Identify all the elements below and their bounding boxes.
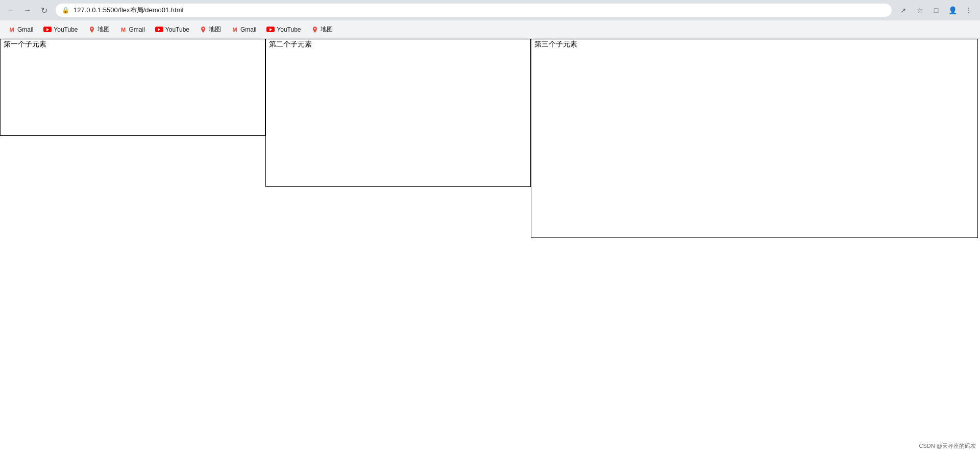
bookmark-gmail-3[interactable]: M Gmail: [227, 24, 260, 35]
maps-icon-3: [311, 26, 318, 33]
bookmark-gmail-1[interactable]: M Gmail: [4, 24, 37, 35]
bookmark-label-maps-3: 地图: [321, 25, 333, 34]
child-2-label: 第二个子元素: [266, 38, 315, 50]
bookmarks-bar: M Gmail YouTube 地图 M Gmail YouTube: [0, 20, 980, 39]
bookmark-label-youtube-1: YouTube: [54, 26, 78, 33]
forward-button[interactable]: →: [20, 3, 35, 17]
youtube-icon-3: [266, 27, 275, 32]
lock-icon: 🔒: [62, 7, 69, 14]
address-bar[interactable]: 🔒 127.0.0.1:5500/flex布局/demo01.html: [55, 3, 892, 17]
bookmark-gmail-2[interactable]: M Gmail: [116, 24, 149, 35]
svg-point-1: [203, 28, 204, 29]
bookmark-label-gmail-2: Gmail: [129, 26, 145, 33]
bookmark-maps-3[interactable]: 地图: [307, 23, 337, 36]
menu-button[interactable]: ⋮: [962, 3, 976, 17]
bookmark-label-gmail-1: Gmail: [17, 26, 33, 33]
nav-buttons: ← → ↻: [4, 3, 51, 17]
bookmark-label-youtube-2: YouTube: [165, 26, 189, 33]
bookmark-button[interactable]: ☆: [913, 3, 927, 17]
browser-actions: ➚ ☆ □ 👤 ⋮: [896, 3, 976, 17]
browser-chrome: ← → ↻ 🔒 127.0.0.1:5500/flex布局/demo01.htm…: [0, 0, 980, 39]
browser-titlebar: ← → ↻ 🔒 127.0.0.1:5500/flex布局/demo01.htm…: [0, 0, 980, 20]
flex-child-2: 第二个子元素: [265, 39, 531, 187]
bookmark-label-gmail-3: Gmail: [240, 26, 256, 33]
bookmark-label-maps-1: 地图: [97, 25, 110, 34]
share-button[interactable]: ➚: [896, 3, 911, 17]
svg-point-0: [91, 28, 92, 29]
maps-icon-2: [200, 26, 207, 33]
maps-icon-1: [88, 26, 95, 33]
bookmark-label-maps-2: 地图: [209, 25, 221, 34]
bookmark-youtube-2[interactable]: YouTube: [151, 24, 193, 35]
profile-button[interactable]: 👤: [945, 3, 960, 17]
back-button[interactable]: ←: [4, 3, 18, 17]
child-1-label: 第一个子元素: [1, 38, 50, 50]
youtube-icon-1: [43, 27, 52, 32]
window-button[interactable]: □: [929, 3, 943, 17]
child-3-label: 第三个子元素: [531, 38, 580, 50]
watermark: CSDN @天秤座的码农: [919, 442, 976, 450]
page-content: 第一个子元素 第二个子元素 第三个子元素: [0, 39, 980, 454]
bookmark-label-youtube-3: YouTube: [277, 26, 301, 33]
bookmark-youtube-3[interactable]: YouTube: [262, 24, 305, 35]
bookmark-maps-2[interactable]: 地图: [195, 23, 225, 36]
reload-button[interactable]: ↻: [37, 3, 51, 17]
address-text: 127.0.0.1:5500/flex布局/demo01.html: [74, 6, 183, 15]
gmail-icon-3: M: [231, 26, 238, 33]
gmail-icon-1: M: [8, 26, 15, 33]
flex-container: 第一个子元素 第二个子元素 第三个子元素: [0, 39, 980, 454]
gmail-icon-2: M: [120, 26, 127, 33]
bookmark-maps-1[interactable]: 地图: [84, 23, 114, 36]
svg-point-2: [314, 28, 315, 29]
flex-child-3: 第三个子元素: [531, 39, 978, 238]
flex-child-1: 第一个子元素: [0, 39, 265, 136]
youtube-icon-2: [155, 27, 163, 32]
bookmark-youtube-1[interactable]: YouTube: [39, 24, 82, 35]
